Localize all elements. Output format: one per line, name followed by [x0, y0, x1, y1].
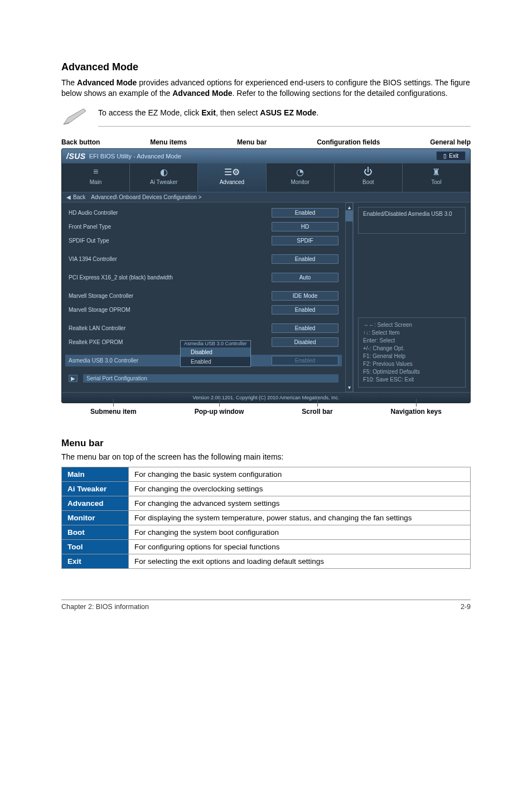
- power-icon: ⏻: [364, 167, 373, 177]
- tool-icon: ♜: [432, 167, 440, 177]
- tab-boot[interactable]: ⏻Boot: [335, 163, 403, 192]
- exit-label: Exit: [449, 153, 458, 159]
- scroll-bar[interactable]: ▴ ▾: [345, 202, 353, 392]
- exit-icon: ▯: [443, 153, 447, 159]
- note-row: To access the EZ Mode, click Exit, then …: [61, 107, 471, 128]
- ann-back-button: Back button: [61, 138, 100, 146]
- menu-bar-heading: Menu bar: [61, 438, 471, 449]
- cfg-hd-audio[interactable]: HD Audio ControllerEnabled: [65, 207, 342, 219]
- chip-icon: ☰⚙: [224, 167, 240, 177]
- scroll-up-icon[interactable]: ▴: [348, 204, 351, 210]
- popup-window: Asmedia USB 3.0 Controller Disabled Enab…: [180, 340, 251, 367]
- ann-config-fields: Configuration fields: [317, 138, 380, 146]
- scroll-thumb[interactable]: [345, 210, 353, 221]
- advanced-mode-intro: The Advanced Mode provides advanced opti…: [61, 78, 471, 99]
- top-annotations: Back button Menu items Menu bar Configur…: [61, 138, 471, 146]
- ann-popup-window: Pop-up window: [195, 408, 244, 416]
- key-advanced: Advanced: [62, 496, 129, 510]
- popup-opt-enabled[interactable]: Enabled: [181, 357, 250, 366]
- exit-button[interactable]: ▯ Exit: [436, 151, 466, 161]
- table-row: Ai TweakerFor changing the overclocking …: [62, 481, 471, 496]
- ann-menu-bar: Menu bar: [237, 138, 267, 146]
- intro-text-3: . Refer to the following sections for th…: [233, 89, 448, 98]
- popup-opt-disabled[interactable]: Disabled: [181, 347, 250, 357]
- back-arrow-icon: ◀: [66, 194, 71, 200]
- advanced-mode-heading: Advanced Mode: [61, 61, 471, 73]
- bottom-annotations: Submenu item Pop-up window Scroll bar Na…: [61, 408, 471, 416]
- footer-page: 2-9: [461, 603, 471, 611]
- tab-tool[interactable]: ♜Tool: [403, 163, 470, 192]
- bios-window: /SUS EFI BIOS Utility - Advanced Mode ▯ …: [61, 148, 471, 403]
- tab-main[interactable]: ≡Main: [62, 163, 130, 192]
- ann-submenu-item: Submenu item: [90, 408, 137, 416]
- breadcrumb-text: Advanced\ Onboard Devices Configuration …: [91, 194, 201, 200]
- key-exit: Exit: [62, 554, 129, 568]
- cfg-pci-x16[interactable]: PCI Express X16_2 slot (black) bandwidth…: [65, 272, 342, 283]
- key-ai-tweaker: Ai Tweaker: [62, 481, 129, 496]
- general-help-box: Enabled/Disabled Asmedia USB 3.0: [358, 207, 466, 234]
- table-row: MonitorFor displaying the system tempera…: [62, 510, 471, 525]
- cfg-serial-port[interactable]: ▶Serial Port Configuration: [65, 373, 342, 384]
- table-row: ToolFor configuring options for special …: [62, 539, 471, 554]
- cfg-realtek-lan[interactable]: Realtek LAN ControllerEnabled: [65, 322, 342, 334]
- table-row: BootFor changing the system boot configu…: [62, 525, 471, 539]
- key-boot: Boot: [62, 525, 129, 539]
- bios-title-text: EFI BIOS Utility - Advanced Mode: [89, 153, 181, 160]
- cfg-marvell-oprom[interactable]: Marvell Storage OPROMEnabled: [65, 304, 342, 316]
- menu-tabs: ≡Main ◐Ai Tweaker ☰⚙Advanced ◔Monitor ⏻B…: [62, 163, 470, 192]
- menu-bar-intro: The menu bar on top of the screen has th…: [61, 452, 471, 461]
- menu-bar-table: MainFor changing the basic system config…: [61, 467, 471, 569]
- bios-footer: Version 2.00.1201. Copyright (C) 2010 Am…: [62, 392, 470, 403]
- breadcrumb-bar: ◀Back Advanced\ Onboard Devices Configur…: [62, 192, 470, 202]
- chevron-right-icon: ▶: [69, 375, 78, 382]
- note-text: To access the EZ Mode, click Exit, then …: [98, 108, 471, 127]
- pencil-icon: [61, 107, 88, 128]
- tab-advanced[interactable]: ☰⚙Advanced: [198, 163, 266, 192]
- cfg-spdif[interactable]: SPDIF Out TypeSPDIF: [65, 235, 342, 247]
- scroll-down-icon[interactable]: ▾: [348, 384, 351, 390]
- table-row: MainFor changing the basic system config…: [62, 467, 471, 481]
- footer-chapter: Chapter 2: BIOS information: [61, 603, 149, 611]
- monitor-icon: ◔: [296, 167, 304, 177]
- ann-menu-items: Menu items: [150, 138, 187, 146]
- ann-general-help: General help: [430, 138, 471, 146]
- cfg-front-panel[interactable]: Front Panel TypeHD: [65, 221, 342, 233]
- ann-scroll-bar: Scroll bar: [302, 408, 332, 416]
- desc-boot: For changing the system boot configurati…: [129, 525, 471, 539]
- table-row: ExitFor selecting the exit options and l…: [62, 554, 471, 568]
- key-tool: Tool: [62, 539, 129, 554]
- config-panel: HD Audio ControllerEnabled Front Panel T…: [62, 202, 345, 392]
- intro-bold-2: Advanced Mode: [172, 89, 232, 98]
- desc-tool: For configuring options for special func…: [129, 539, 471, 554]
- intro-text-1: The: [61, 78, 77, 87]
- ann-nav-keys: Navigation keys: [391, 408, 442, 416]
- gauge-icon: ◐: [160, 167, 168, 177]
- key-main: Main: [62, 467, 129, 481]
- tab-monitor[interactable]: ◔Monitor: [267, 163, 335, 192]
- desc-ai-tweaker: For changing the overclocking settings: [129, 481, 471, 496]
- cfg-marvell-storage[interactable]: Marvell Storage ControllerIDE Mode: [65, 290, 342, 302]
- cfg-via1394[interactable]: VIA 1394 ControllerEnabled: [65, 253, 342, 265]
- table-row: AdvancedFor changing the advanced system…: [62, 496, 471, 510]
- desc-main: For changing the basic system configurat…: [129, 467, 471, 481]
- list-icon: ≡: [93, 167, 98, 177]
- tab-ai-tweaker[interactable]: ◐Ai Tweaker: [130, 163, 198, 192]
- navigation-keys: →←: Select Screen ↑↓: Select Item Enter:…: [358, 317, 466, 388]
- page-footer: Chapter 2: BIOS information 2-9: [61, 600, 471, 611]
- desc-exit: For selecting the exit options and loadi…: [129, 554, 471, 568]
- intro-bold-1: Advanced Mode: [77, 78, 137, 87]
- desc-advanced: For changing the advanced system setting…: [129, 496, 471, 510]
- key-monitor: Monitor: [62, 510, 129, 525]
- svg-marker-0: [64, 109, 86, 124]
- bios-title-bar: /SUS EFI BIOS Utility - Advanced Mode ▯ …: [62, 149, 470, 163]
- back-button[interactable]: ◀Back: [66, 194, 85, 200]
- popup-title: Asmedia USB 3.0 Controller: [181, 341, 250, 347]
- desc-monitor: For displaying the system temperature, p…: [129, 510, 471, 525]
- asus-logo: /SUS: [66, 152, 86, 161]
